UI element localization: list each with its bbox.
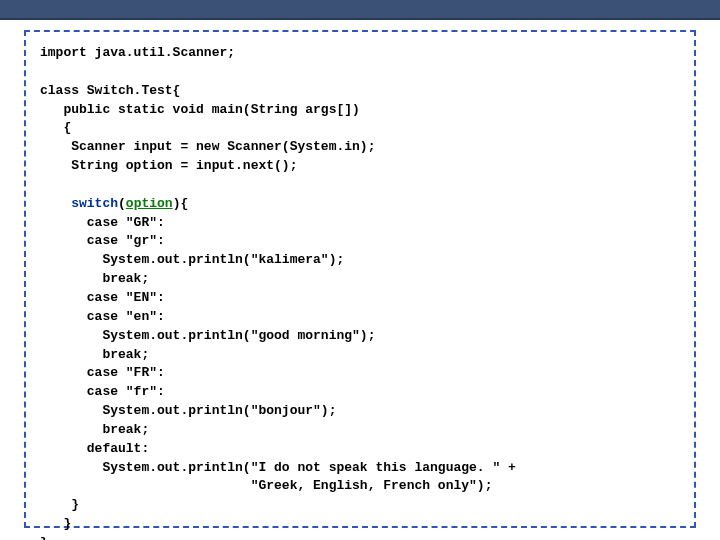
code-line: case "gr": <box>40 233 165 248</box>
code-line: case "GR": <box>40 215 165 230</box>
code-line: ( <box>118 196 126 211</box>
code-line: public static void main(String args[]) <box>40 102 360 117</box>
var-option: option <box>126 196 173 211</box>
code-line: Scanner input = new Scanner(System.in); <box>40 139 375 154</box>
code-line: case "fr": <box>40 384 165 399</box>
code-line: break; <box>40 347 149 362</box>
header-bar <box>0 0 720 20</box>
code-line: break; <box>40 271 149 286</box>
code-line: System.out.println("I do not speak this … <box>40 460 516 475</box>
code-line: default: <box>40 441 149 456</box>
code-line: case "en": <box>40 309 165 324</box>
code-line: System.out.println("bonjour"); <box>40 403 336 418</box>
code-line: } <box>40 497 79 512</box>
code-line: case "FR": <box>40 365 165 380</box>
code-line: System.out.println("kalimera"); <box>40 252 344 267</box>
code-block: import java.util.Scanner; class Switch.T… <box>40 44 680 540</box>
code-line: case "EN": <box>40 290 165 305</box>
code-line: } <box>40 516 71 531</box>
code-line: class Switch.Test{ <box>40 83 180 98</box>
keyword-switch: switch <box>71 196 118 211</box>
code-line: ){ <box>173 196 189 211</box>
code-line: { <box>40 120 71 135</box>
code-line: break; <box>40 422 149 437</box>
code-line: import java.util.Scanner; <box>40 45 235 60</box>
code-line: String option = input.next(); <box>40 158 297 173</box>
code-line: } <box>40 535 48 540</box>
code-line: "Greek, English, French only"); <box>40 478 492 493</box>
code-line <box>40 196 71 211</box>
code-line: System.out.println("good morning"); <box>40 328 375 343</box>
code-container: import java.util.Scanner; class Switch.T… <box>24 30 696 528</box>
